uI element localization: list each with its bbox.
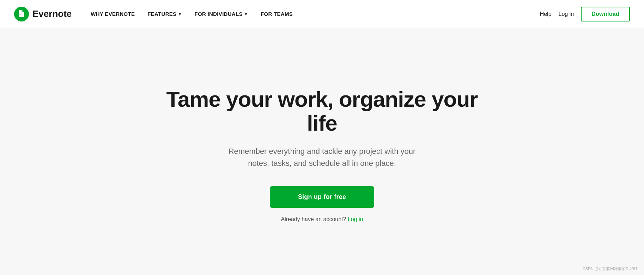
evernote-logo-icon [14, 7, 29, 21]
navbar-actions: Help Log in Download [540, 7, 630, 21]
navbar-nav: WHY EVERNOTE FEATURES ▼ FOR INDIVIDUALS … [86, 8, 540, 20]
login-cta-link[interactable]: Log in [348, 216, 363, 222]
signup-button[interactable]: Sign up for free [270, 186, 374, 208]
account-text: Already have an account? Log in [281, 216, 363, 223]
hero-title: Tame your work, organize your life [163, 87, 481, 135]
brand-name: Evernote [32, 8, 72, 19]
nav-item-for-teams[interactable]: FOR TEAMS [256, 8, 298, 20]
hero-subtitle: Remember everything and tackle any proje… [220, 145, 424, 169]
watermark: CSDN @在互联网冲浪的RURU [583, 266, 637, 271]
chevron-down-icon: ▼ [178, 12, 182, 16]
nav-item-features[interactable]: FEATURES ▼ [142, 8, 187, 20]
login-link[interactable]: Log in [559, 11, 574, 17]
navbar: Evernote WHY EVERNOTE FEATURES ▼ FOR IND… [0, 0, 644, 28]
help-link[interactable]: Help [540, 11, 552, 17]
brand-logo[interactable]: Evernote [14, 7, 72, 21]
nav-item-why-evernote[interactable]: WHY EVERNOTE [86, 8, 140, 20]
nav-item-for-individuals[interactable]: FOR INDIVIDUALS ▼ [190, 8, 253, 20]
chevron-down-icon: ▼ [244, 12, 248, 16]
hero-section: Tame your work, organize your life Remem… [0, 28, 644, 275]
download-button[interactable]: Download [581, 7, 630, 21]
